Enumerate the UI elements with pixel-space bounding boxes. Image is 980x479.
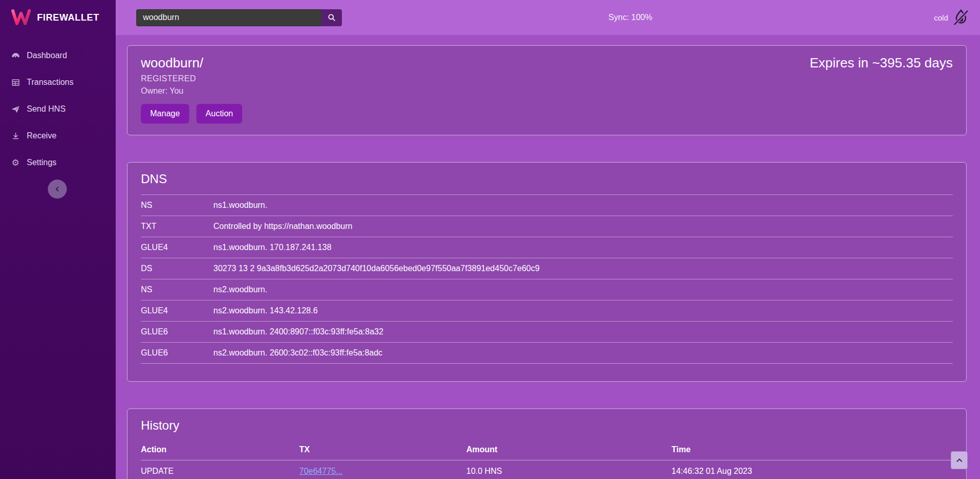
- dns-record-type: GLUE6: [141, 348, 213, 358]
- dns-record-value: ns2.woodburn.: [213, 285, 953, 294]
- firewallet-logo-icon: [11, 9, 31, 26]
- page-content: woodburn/ Expires in ~395.35 days REGIST…: [116, 35, 980, 479]
- dns-card: DNS NS ns1.woodburn. TXT Controlled by h…: [127, 162, 967, 382]
- receive-icon: [10, 131, 21, 141]
- sync-status: Sync: 100%: [608, 13, 652, 22]
- topbar: Sync: 100% cold: [116, 0, 980, 35]
- sidebar-item-receive[interactable]: Receive: [0, 122, 116, 149]
- history-time: 14:46:32 01 Aug 2023: [672, 467, 953, 476]
- domain-owner-text: Owner: You: [141, 86, 953, 96]
- dns-record-type: NS: [141, 201, 213, 210]
- dns-card-title: DNS: [141, 172, 953, 186]
- auction-button[interactable]: Auction: [196, 104, 242, 123]
- dns-record-type: TXT: [141, 222, 213, 231]
- chevron-up-icon: [956, 457, 963, 464]
- scroll-to-top-button[interactable]: [951, 451, 968, 469]
- app-window: FIREWALLET Dashboard Transactions Send H…: [0, 0, 980, 479]
- search-button[interactable]: [321, 9, 342, 26]
- main-area: Sync: 100% cold woodburn/ Expires in ~39…: [116, 0, 980, 479]
- dns-record-value: ns1.woodburn. 170.187.241.138: [213, 243, 953, 252]
- sidebar-item-label: Transactions: [27, 78, 74, 87]
- wallet-mode-label: cold: [934, 13, 948, 22]
- app-title: FIREWALLET: [37, 12, 99, 23]
- dns-record-value: ns1.woodburn.: [213, 201, 953, 210]
- dns-record-value: ns2.woodburn. 2600:3c02::f03c:93ff:fe5a:…: [213, 348, 953, 358]
- dns-record-row: TXT Controlled by https://nathan.woodbur…: [141, 216, 953, 237]
- history-action: UPDATE: [141, 467, 299, 476]
- dns-record-type: NS: [141, 285, 213, 294]
- history-col-time: Time: [672, 445, 953, 454]
- brand: FIREWALLET: [0, 0, 116, 35]
- history-amount: 10.0 HNS: [466, 467, 672, 476]
- domain-name-title: woodburn/: [141, 55, 203, 71]
- history-col-tx: TX: [299, 445, 466, 454]
- dns-record-type: GLUE4: [141, 306, 213, 315]
- dns-record-value: Controlled by https://nathan.woodburn: [213, 222, 953, 231]
- sidebar-item-label: Dashboard: [27, 51, 67, 60]
- dns-record-row: GLUE4 ns1.woodburn. 170.187.241.138: [141, 237, 953, 258]
- sidebar-item-settings[interactable]: ⚙ Settings: [0, 149, 116, 176]
- transactions-icon: [10, 77, 21, 87]
- sidebar-item-dashboard[interactable]: Dashboard: [0, 42, 116, 69]
- dns-record-value: 30273 13 2 9a3a8fb3d625d2a2073d740f10da6…: [213, 264, 953, 273]
- history-header-row: Action TX Amount Time: [141, 439, 953, 460]
- dns-record-row: NS ns2.woodburn.: [141, 279, 953, 300]
- dns-record-row: GLUE4 ns2.woodburn. 143.42.128.6: [141, 300, 953, 322]
- domain-status-text: REGISTERED: [141, 74, 953, 83]
- cold-wallet-icon[interactable]: [952, 9, 970, 26]
- history-col-amount: Amount: [466, 445, 672, 454]
- dashboard-icon: [10, 50, 21, 61]
- sidebar-item-label: Send HNS: [27, 104, 66, 114]
- sidebar-collapse-button[interactable]: ‹: [48, 180, 67, 199]
- search-input[interactable]: [136, 9, 321, 26]
- dns-record-value: ns2.woodburn. 143.42.128.6: [213, 306, 953, 315]
- chevron-left-icon: ‹: [56, 180, 59, 197]
- domain-expiry-text: Expires in ~395.35 days: [810, 55, 953, 71]
- dns-record-row: GLUE6 ns1.woodburn. 2400:8907::f03c:93ff…: [141, 322, 953, 343]
- sidebar-item-send-hns[interactable]: Send HNS: [0, 96, 116, 122]
- sidebar-item-label: Settings: [27, 158, 57, 167]
- settings-icon: ⚙: [10, 157, 21, 168]
- wallet-mode: cold: [934, 9, 970, 26]
- domain-card: woodburn/ Expires in ~395.35 days REGIST…: [127, 45, 967, 135]
- dns-record-row: GLUE6 ns2.woodburn. 2600:3c02::f03c:93ff…: [141, 343, 953, 364]
- dns-record-type: GLUE6: [141, 327, 213, 336]
- dns-record-row: NS ns1.woodburn.: [141, 195, 953, 216]
- history-col-action: Action: [141, 445, 299, 454]
- dns-table: NS ns1.woodburn. TXT Controlled by https…: [141, 194, 953, 364]
- history-row: UPDATE 70e64775... 10.0 HNS 14:46:32 01 …: [141, 460, 953, 479]
- dns-record-row: DS 30273 13 2 9a3a8fb3d625d2a2073d740f10…: [141, 258, 953, 279]
- search-icon: [328, 13, 336, 22]
- dns-record-value: ns1.woodburn. 2400:8907::f03c:93ff:fe5a:…: [213, 327, 953, 336]
- manage-button[interactable]: Manage: [141, 104, 189, 123]
- history-tx-link[interactable]: 70e64775...: [299, 467, 466, 476]
- sidebar: FIREWALLET Dashboard Transactions Send H…: [0, 0, 116, 479]
- history-card: History Action TX Amount Time UPDATE 70e…: [127, 409, 967, 479]
- sidebar-item-transactions[interactable]: Transactions: [0, 69, 116, 96]
- sidebar-item-label: Receive: [27, 131, 57, 140]
- history-card-title: History: [141, 418, 953, 433]
- send-icon: [10, 104, 21, 114]
- history-table: Action TX Amount Time UPDATE 70e64775...…: [141, 439, 953, 479]
- dns-record-type: DS: [141, 264, 213, 273]
- sidebar-nav: Dashboard Transactions Send HNS Receive: [0, 35, 116, 176]
- search-group: [136, 9, 342, 26]
- dns-record-type: GLUE4: [141, 243, 213, 252]
